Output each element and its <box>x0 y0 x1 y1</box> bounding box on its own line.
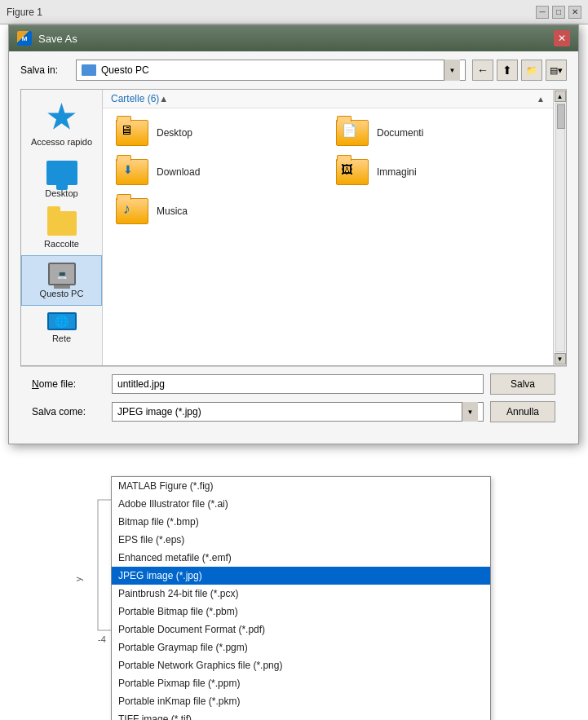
dropdown-option-13[interactable]: TIFF image (*.tif) <box>112 710 490 720</box>
filename-row: Nome file: Salva <box>32 373 555 395</box>
sidebar-label-pc: Questo PC <box>40 289 84 298</box>
new-folder-button[interactable]: 📁 <box>521 60 542 81</box>
dropdown-option-7[interactable]: Portable Bitmap file (*.pbm) <box>112 603 490 621</box>
scroll-thumb[interactable] <box>557 104 565 129</box>
savein-dropdown-arrow[interactable]: ▼ <box>444 60 460 81</box>
filetype-dropdown-list: MATLAB Figure (*.fig) Adobe Illustrator … <box>111 476 491 720</box>
folders-label: Cartelle (6) <box>111 93 159 104</box>
filetype-label: Salva come: <box>32 406 105 417</box>
save-as-dialog: M Save As ✕ Salva in: Questo PC ▼ ← ⬆ 📁 … <box>8 24 579 444</box>
rete-icon: 🌐 <box>47 312 77 330</box>
dialog-body: Salva in: Questo PC ▼ ← ⬆ 📁 ▤▾ Accesso r… <box>9 51 578 444</box>
up-button[interactable]: ⬆ <box>497 60 518 81</box>
filetype-label-text: Salva come: <box>32 406 86 417</box>
dropdown-option-0[interactable]: MATLAB Figure (*.fig) <box>112 477 490 495</box>
scrollbar: ▲ ▼ <box>553 90 566 365</box>
dialog-title-left: M Save As <box>17 31 77 46</box>
filetype-value: JPEG image (*.jpg) <box>117 406 201 417</box>
collapse-button[interactable]: ▲ <box>159 94 168 104</box>
desktop-icon <box>46 161 77 185</box>
dropdown-option-6[interactable]: Paintbrush 24-bit file (*.pcx) <box>112 585 490 603</box>
back-button[interactable]: ← <box>472 60 493 81</box>
sidebar-item-raccolte[interactable]: Raccolte <box>21 205 102 255</box>
savein-label: Salva in: <box>20 64 69 76</box>
folder-images-icon <box>336 159 369 185</box>
main-area: Accesso rapido Desktop Raccolte 💻 Questo… <box>20 89 567 366</box>
sidebar-label-rete: Rete <box>52 333 71 343</box>
filetype-select[interactable]: JPEG image (*.jpg) ▼ <box>112 402 484 422</box>
sidebar-item-desktop[interactable]: Desktop <box>21 154 102 205</box>
raccolte-icon <box>47 211 77 236</box>
folder-item-musica[interactable]: Musica <box>109 193 326 229</box>
figure-title: Figure 1 <box>7 7 42 18</box>
folder-images-label: Immagini <box>377 166 417 178</box>
minimize-button[interactable]: ─ <box>536 6 549 19</box>
dialog-titlebar: M Save As ✕ <box>9 25 578 51</box>
dropdown-option-3[interactable]: EPS file (*.eps) <box>112 531 490 549</box>
scroll-up-button[interactable]: ▲ <box>555 91 566 102</box>
location-folder-icon <box>82 64 96 76</box>
folder-item-documenti[interactable]: Documenti <box>329 115 546 151</box>
star-icon <box>47 103 77 132</box>
dropdown-option-8[interactable]: Portable Document Format (*.pdf) <box>112 621 490 638</box>
folder-item-desktop[interactable]: Desktop <box>109 115 326 151</box>
bottom-section: Nome file: Salva Salva come: JPEG image … <box>20 366 567 435</box>
dialog-title-text: Save As <box>38 33 77 45</box>
savein-value: Questo PC <box>101 64 149 76</box>
figure-titlebar: Figure 1 ─ □ ✕ <box>0 0 588 24</box>
dropdown-option-4[interactable]: Enhanced metafile (*.emf) <box>112 549 490 567</box>
filename-input[interactable] <box>112 374 484 394</box>
figure-close-button[interactable]: ✕ <box>568 6 581 19</box>
maximize-button[interactable]: □ <box>552 6 565 19</box>
dropdown-option-10[interactable]: Portable Network Graphics file (*.png) <box>112 656 490 674</box>
filename-label-rest: ome file: <box>39 378 76 390</box>
folder-grid: Desktop Documenti Download <box>103 108 553 236</box>
filename-label: Nome file: <box>32 378 105 390</box>
dropdown-option-11[interactable]: Portable Pixmap file (*.ppm) <box>112 674 490 692</box>
folder-music-icon <box>116 198 148 224</box>
folder-desktop-label: Desktop <box>157 127 192 139</box>
dropdown-option-12[interactable]: Portable inKmap file (*.pkm) <box>112 692 490 710</box>
matlab-icon: M <box>17 31 32 46</box>
svg-text:y: y <box>73 576 83 581</box>
folder-item-download[interactable]: Download <box>109 154 326 190</box>
sidebar-item-accesso-rapido[interactable]: Accesso rapido <box>21 95 102 154</box>
filetype-dropdown-arrow[interactable]: ▼ <box>462 402 478 422</box>
folder-docs-icon <box>336 120 369 146</box>
dropdown-option-5[interactable]: JPEG image (*.jpg) <box>112 567 490 585</box>
sidebar-label-accesso: Accesso rapido <box>31 137 92 148</box>
folder-desktop-icon <box>116 120 148 146</box>
pc-icon: 💻 <box>48 263 76 285</box>
scroll-up-arrow[interactable]: ▲ <box>537 95 545 104</box>
svg-text:-4: -4 <box>98 634 106 644</box>
savein-row: Salva in: Questo PC ▼ ← ⬆ 📁 ▤▾ <box>20 60 567 81</box>
folder-download-label: Download <box>157 166 200 178</box>
sidebar-item-questo-pc[interactable]: 💻 Questo PC <box>21 255 102 306</box>
cancel-button[interactable]: Annulla <box>490 401 555 422</box>
scroll-track[interactable] <box>555 103 565 352</box>
toolbar-buttons: ← ⬆ 📁 ▤▾ <box>472 60 567 81</box>
scroll-down-button[interactable]: ▼ <box>555 353 566 364</box>
savein-combo[interactable]: Questo PC ▼ <box>76 60 466 81</box>
view-button[interactable]: ▤▾ <box>546 60 567 81</box>
sidebar: Accesso rapido Desktop Raccolte 💻 Questo… <box>21 90 103 365</box>
sidebar-item-rete[interactable]: 🌐 Rete <box>21 306 102 350</box>
folder-docs-label: Documenti <box>377 127 423 139</box>
filetype-row: Salva come: JPEG image (*.jpg) ▼ Annulla <box>32 401 555 422</box>
folder-music-label: Musica <box>157 205 188 217</box>
figure-controls: ─ □ ✕ <box>536 6 581 19</box>
folders-header: Cartelle (6) ▲ ▲ <box>103 90 553 108</box>
folder-download-icon <box>116 159 148 185</box>
dialog-close-button[interactable]: ✕ <box>554 30 570 46</box>
sidebar-label-raccolte: Raccolte <box>44 239 79 249</box>
dropdown-option-2[interactable]: Bitmap file (*.bmp) <box>112 513 490 531</box>
save-button[interactable]: Salva <box>490 373 555 395</box>
folder-item-immagini[interactable]: Immagini <box>329 154 546 190</box>
dropdown-option-9[interactable]: Portable Graymap file (*.pgm) <box>112 638 490 656</box>
dropdown-option-1[interactable]: Adobe Illustrator file (*.ai) <box>112 495 490 513</box>
file-list: Cartelle (6) ▲ ▲ Desktop Documenti <box>103 90 553 365</box>
